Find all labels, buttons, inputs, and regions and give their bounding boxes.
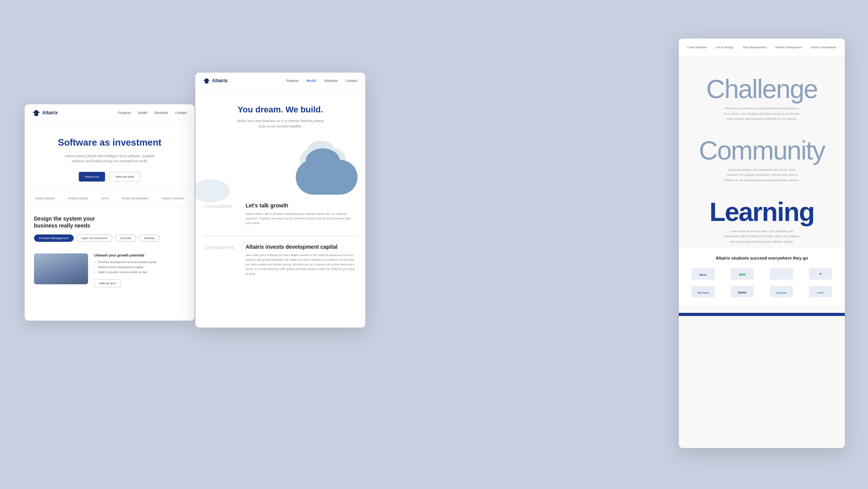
- left-nav-contact[interactable]: Contact: [175, 111, 187, 115]
- left-bottom-section: Unleash your growth potential Prioritize…: [25, 247, 195, 294]
- right-tab-cloud[interactable]: Cloud Software: [684, 44, 710, 51]
- pill-security[interactable]: Security: [115, 234, 136, 242]
- development-content: Altairix invests development capital Mor…: [246, 244, 356, 276]
- svg-text:U of T: U of T: [817, 292, 824, 294]
- office-image-inner: [34, 253, 88, 284]
- word-learning-sub: Learn code by writing code. Our students…: [723, 229, 800, 244]
- tag-cloud-software: Cloud Software: [35, 197, 55, 200]
- mid-logo: Altairix: [203, 78, 228, 83]
- bullet-2: Altairix invests development capital: [94, 265, 156, 269]
- logo-utoronto: U of T: [809, 286, 832, 297]
- right-tab-client[interactable]: Client Consultations: [808, 44, 840, 51]
- how-we-do-button[interactable]: How we do it: [94, 279, 121, 287]
- consultation-text: Altairix teams. We're all about integrat…: [246, 212, 356, 226]
- right-tab-mobile[interactable]: Mobile Development: [772, 44, 805, 51]
- step-label-consultation: Consultation: [205, 202, 239, 226]
- left-bottom-text: Unleash your growth potential Prioritize…: [94, 253, 156, 287]
- mid-nav-contact[interactable]: Contact: [346, 79, 358, 83]
- left-nav-students[interactable]: Students: [154, 111, 168, 115]
- mid-nav-projects[interactable]: Projects: [286, 79, 299, 83]
- mid-hero-title: You dream. We build.: [207, 105, 354, 115]
- step-label-development: Development: [205, 244, 239, 276]
- svg-text:🏛: 🏛: [820, 273, 822, 275]
- right-nav-tabs: Cloud Software UI/UX Design Java Develop…: [679, 39, 845, 56]
- left-hero: Software as investment Altairix powers g…: [25, 122, 195, 189]
- logo-apple: [770, 268, 793, 280]
- logo-nbc: NBoC: [692, 268, 715, 280]
- tag-uiux: UI/UX: [101, 197, 109, 200]
- office-image: [34, 253, 88, 284]
- mid-nav: Altairix Projects Model Students Contact: [195, 73, 365, 89]
- left-logo: Altairix: [32, 110, 58, 116]
- cloud-area: [203, 144, 358, 195]
- reach-out-button[interactable]: Reach out: [79, 172, 105, 182]
- left-browser-window: Altairix Projects Model Students Contact…: [25, 104, 195, 321]
- word-challenge: Challenge: [679, 56, 845, 106]
- mid-browser-window: Altairix Projects Model Students Contact…: [195, 73, 365, 328]
- right-bottom-bar: [679, 313, 845, 316]
- svg-rect-4: [772, 269, 791, 279]
- altairix-logo-icon: [32, 110, 40, 116]
- right-browser-window: Cloud Software UI/UX Design Java Develop…: [679, 39, 845, 448]
- svg-text:NBoC: NBoC: [699, 273, 707, 276]
- svg-text:ODAIA: ODAIA: [738, 291, 747, 294]
- svg-text:Ericsson: Ericsson: [776, 292, 787, 294]
- bottom-card-title: Unleash your growth potential: [94, 253, 156, 257]
- left-section-title: Design the system your business really n…: [34, 215, 185, 229]
- word-community: Community: [679, 126, 845, 167]
- consultation-title: Let's talk growth: [246, 202, 356, 209]
- tag-product-design: Product Design: [68, 197, 88, 200]
- left-tags-row: Cloud Software Product Design UI/UX Mobi…: [25, 189, 195, 207]
- bullet-3: Build for growth now and scale up fast: [94, 270, 156, 274]
- logo-ibm: IBM: [731, 268, 754, 280]
- left-nav-links: Projects Model Students Contact: [118, 111, 187, 115]
- logos-grid: NBoC IBM: [687, 268, 837, 297]
- logos-section: Altairix students succeed everywhere the…: [679, 248, 845, 305]
- left-hero-buttons: Reach out How we work: [36, 172, 183, 182]
- left-hero-title: Software as investment: [36, 137, 183, 148]
- logos-title: Altairix students succeed everywhere the…: [687, 256, 837, 260]
- mid-nav-students[interactable]: Students: [324, 79, 338, 83]
- right-content: Challenge We expect a lot from our young…: [679, 56, 845, 316]
- word-learning: Learning: [679, 187, 845, 229]
- pill-product-management[interactable]: Product Management: [34, 234, 74, 242]
- consultation-content: Let's talk growth Altairix teams. We're …: [246, 202, 356, 226]
- svg-text:IBM: IBM: [739, 273, 746, 277]
- left-design-section: Design the system your business really n…: [25, 207, 195, 247]
- svg-text:Nat'l Bank: Nat'l Bank: [697, 292, 709, 294]
- left-logo-text: Altairix: [42, 110, 58, 115]
- cloud-dark: [296, 160, 358, 195]
- invest-text: More than just a software provider, Alta…: [246, 253, 356, 276]
- mid-hero: You dream. We build. Altairix joins your…: [195, 89, 365, 144]
- left-nav-model[interactable]: Model: [138, 111, 147, 115]
- left-hero-sub: Altairix powers growth with intelligent …: [59, 154, 160, 164]
- logo-gov: 🏛: [809, 268, 832, 280]
- pill-agile[interactable]: Agile Development: [76, 234, 112, 242]
- mid-altairix-logo-icon: [203, 78, 210, 83]
- mid-logo-text: Altairix: [212, 78, 228, 83]
- tag-custom: Custom Solutions: [161, 197, 184, 200]
- pill-stability[interactable]: Stability: [139, 234, 160, 242]
- mid-nav-links: Projects Model Students Contact: [286, 79, 358, 83]
- logo-odaia: ODAIA: [731, 286, 754, 297]
- left-nav-projects[interactable]: Projects: [118, 111, 131, 115]
- word-challenge-sub: We expect a lot from our young developer…: [723, 106, 800, 122]
- right-tab-java[interactable]: Java Development: [739, 44, 770, 51]
- tag-mobile: Mobile Development: [122, 197, 148, 200]
- right-tab-uiux[interactable]: UI/UX Design: [713, 44, 736, 51]
- left-nav: Altairix Projects Model Students Contact: [25, 104, 195, 122]
- how-we-work-button[interactable]: How we work: [109, 172, 141, 182]
- mid-hero-sub: Altairix joins your business as a co-inv…: [234, 119, 327, 129]
- word-community-sub: Young developers are partnered with seni…: [723, 167, 800, 183]
- logo-nbc2: Nat'l Bank: [692, 286, 715, 297]
- divider-1: [203, 236, 358, 236]
- logo-ericsson: Ericsson: [770, 286, 793, 297]
- development-section: Development Altairix invests development…: [195, 240, 365, 282]
- bottom-bullets: Prioritize development around business g…: [94, 260, 156, 274]
- invest-title: Altairix invests development capital: [246, 244, 356, 250]
- pills-row: Product Management Agile Development Sec…: [34, 234, 185, 242]
- mid-nav-model[interactable]: Model: [306, 79, 316, 83]
- bullet-1: Prioritize development around business g…: [94, 260, 156, 264]
